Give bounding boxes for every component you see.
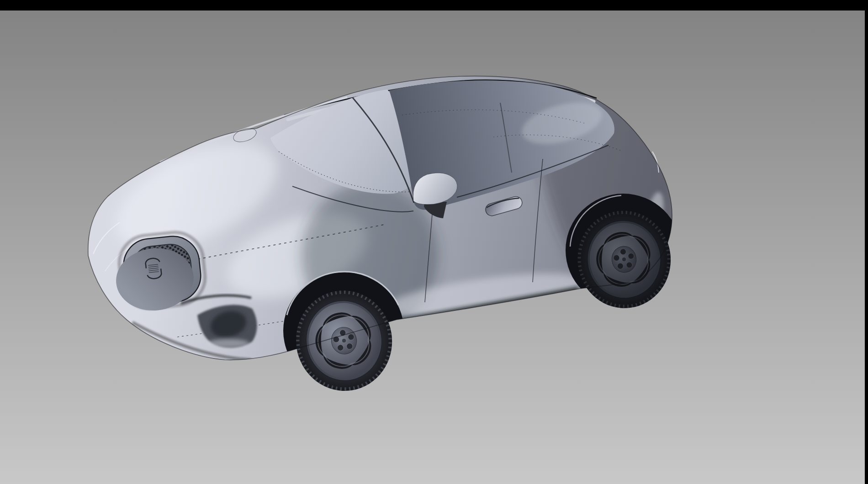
render-stage — [0, 0, 868, 484]
letterbox-right — [865, 0, 868, 484]
viewport-3d[interactable] — [0, 0, 868, 484]
car-model — [88, 76, 681, 398]
letterbox-top — [0, 0, 868, 11]
